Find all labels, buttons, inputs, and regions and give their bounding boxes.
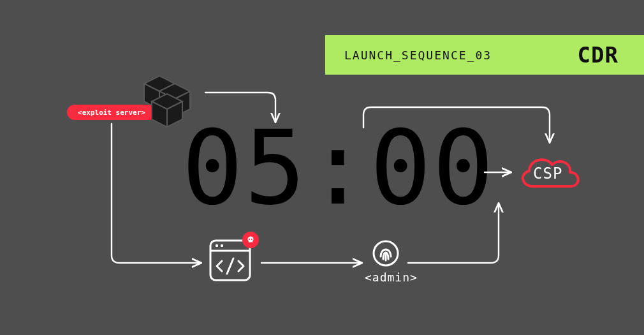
- countdown-timer: 05:00: [182, 117, 495, 220]
- svg-line-13: [227, 258, 233, 274]
- svg-point-11: [216, 244, 218, 247]
- sequence-code: CDR: [578, 42, 618, 68]
- launch-banner: LAUNCH_SEQUENCE_03 CDR: [325, 35, 644, 75]
- svg-point-12: [221, 244, 223, 247]
- cubes-icon: [128, 70, 204, 146]
- svg-point-15: [251, 239, 252, 240]
- svg-point-14: [249, 239, 250, 240]
- sequence-label: LAUNCH_SEQUENCE_03: [344, 48, 492, 62]
- admin-label: <admin>: [365, 271, 418, 284]
- fingerprint-icon: [372, 240, 399, 267]
- skull-badge-icon: [242, 232, 259, 248]
- cloud-label: CSP: [533, 165, 562, 182]
